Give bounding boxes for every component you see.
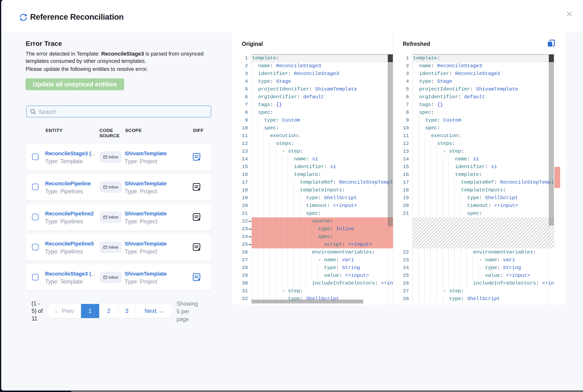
svg-text:</>: </> <box>104 277 106 279</box>
svg-text:</>: </> <box>104 157 106 158</box>
svg-text:</>: </> <box>104 187 106 188</box>
svg-text:</>: </> <box>104 247 106 249</box>
svg-text:</>: </> <box>104 217 106 218</box>
